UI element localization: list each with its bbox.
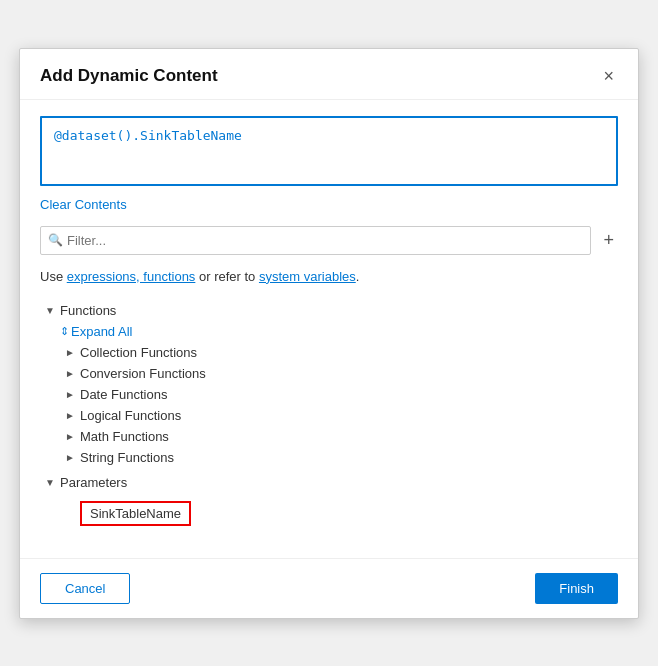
parameters-tree-row[interactable]: ▼ Parameters <box>40 472 618 493</box>
functions-label: Functions <box>60 303 618 318</box>
add-button[interactable]: + <box>599 230 618 251</box>
filter-input[interactable] <box>40 226 591 255</box>
parameters-arrow-icon: ▼ <box>40 477 60 488</box>
math-arrow-icon: ► <box>60 431 80 442</box>
dialog-title: Add Dynamic Content <box>40 66 218 86</box>
dialog-header: Add Dynamic Content × <box>20 49 638 100</box>
system-variables-link[interactable]: system variables <box>259 269 356 284</box>
logical-functions-row[interactable]: ► Logical Functions <box>40 405 618 426</box>
string-arrow-icon: ► <box>60 452 80 463</box>
collection-functions-label: Collection Functions <box>80 345 618 360</box>
math-functions-label: Math Functions <box>80 429 618 444</box>
date-functions-label: Date Functions <box>80 387 618 402</box>
help-text-middle: or refer to <box>195 269 259 284</box>
logical-functions-label: Logical Functions <box>80 408 618 423</box>
functions-arrow-icon: ▼ <box>40 305 60 316</box>
logical-arrow-icon: ► <box>60 410 80 421</box>
sink-table-name-row[interactable]: SinkTableName <box>40 497 618 530</box>
conversion-arrow-icon: ► <box>60 368 80 379</box>
expand-all-row[interactable]: ⇕ Expand All <box>40 321 618 342</box>
help-text: Use expressions, functions or refer to s… <box>40 269 618 284</box>
dialog-footer: Cancel Finish <box>20 558 638 618</box>
search-icon: 🔍 <box>48 233 63 247</box>
filter-input-wrapper: 🔍 <box>40 226 591 255</box>
conversion-functions-row[interactable]: ► Conversion Functions <box>40 363 618 384</box>
help-text-after: . <box>356 269 360 284</box>
date-functions-row[interactable]: ► Date Functions <box>40 384 618 405</box>
parameters-section: ▼ Parameters SinkTableName <box>40 472 618 530</box>
add-dynamic-content-dialog: Add Dynamic Content × @dataset().SinkTab… <box>19 48 639 619</box>
functions-section: ▼ Functions ⇕ Expand All ► Collection Fu… <box>40 300 618 468</box>
cancel-button[interactable]: Cancel <box>40 573 130 604</box>
expand-all-link[interactable]: Expand All <box>71 324 132 339</box>
math-functions-row[interactable]: ► Math Functions <box>40 426 618 447</box>
functions-tree-row[interactable]: ▼ Functions <box>40 300 618 321</box>
clear-contents-link[interactable]: Clear Contents <box>40 197 127 212</box>
finish-button[interactable]: Finish <box>535 573 618 604</box>
expression-box[interactable]: @dataset().SinkTableName <box>40 116 618 186</box>
collection-functions-row[interactable]: ► Collection Functions <box>40 342 618 363</box>
expand-all-icon: ⇕ <box>60 325 69 338</box>
filter-row: 🔍 + <box>40 226 618 255</box>
close-button[interactable]: × <box>599 65 618 87</box>
string-functions-label: String Functions <box>80 450 618 465</box>
help-text-before: Use <box>40 269 67 284</box>
parameters-label: Parameters <box>60 475 618 490</box>
sink-table-name-item[interactable]: SinkTableName <box>80 501 191 526</box>
string-functions-row[interactable]: ► String Functions <box>40 447 618 468</box>
date-arrow-icon: ► <box>60 389 80 400</box>
collection-arrow-icon: ► <box>60 347 80 358</box>
conversion-functions-label: Conversion Functions <box>80 366 618 381</box>
expressions-functions-link[interactable]: expressions, functions <box>67 269 196 284</box>
dialog-body: @dataset().SinkTableName Clear Contents … <box>20 100 638 550</box>
